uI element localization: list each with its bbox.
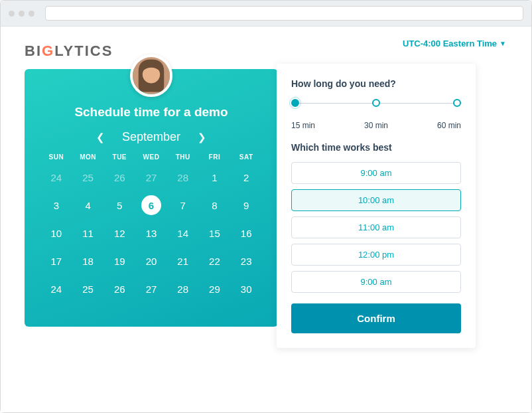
traffic-light-icon bbox=[29, 11, 34, 17]
calendar-day[interactable]: 16 bbox=[230, 223, 262, 243]
time-options: 9:00 am10:00 am11:00 am12:00 pm9:00 am bbox=[291, 162, 461, 293]
calendar-day[interactable]: 26 bbox=[103, 167, 135, 187]
duration-label: 60 min bbox=[437, 121, 461, 130]
weekday-header: SUNMONTUEWEDTHUFRISAT bbox=[40, 153, 262, 161]
calendar-week: 242526272812 bbox=[40, 167, 262, 187]
calendar-day[interactable]: 25 bbox=[72, 279, 104, 299]
calendar-day[interactable]: 27 bbox=[135, 167, 167, 187]
calendar-day[interactable]: 26 bbox=[103, 279, 135, 299]
weekday-label: MON bbox=[72, 153, 104, 161]
calendar-week: 10111213141516 bbox=[40, 223, 262, 243]
time-question: Which time works best bbox=[291, 142, 461, 153]
weekday-label: FRI bbox=[199, 153, 231, 161]
browser-window: UTC-4:00 Eastern Time ▼ BIGLYTICS Schedu… bbox=[0, 0, 532, 413]
calendar-day[interactable]: 17 bbox=[40, 251, 72, 271]
duration-option-15[interactable] bbox=[291, 99, 299, 107]
time-option[interactable]: 12:00 pm bbox=[291, 244, 461, 266]
calendar-day[interactable]: 27 bbox=[135, 279, 167, 299]
weekday-label: WED bbox=[135, 153, 167, 161]
calendar-day[interactable]: 22 bbox=[199, 251, 231, 271]
duration-label: 15 min bbox=[291, 121, 315, 130]
month-nav: ❮ September ❯ bbox=[40, 130, 262, 144]
traffic-light-icon bbox=[19, 11, 25, 17]
weekday-label: TUE bbox=[103, 153, 135, 161]
confirm-button[interactable]: Confirm bbox=[291, 303, 461, 333]
calendar-grid: 2425262728123456789101112131415161718192… bbox=[40, 167, 262, 299]
weekday-label: THU bbox=[167, 153, 199, 161]
calendar-day[interactable]: 4 bbox=[72, 195, 104, 215]
month-label: September bbox=[122, 130, 180, 144]
calendar-day[interactable]: 25 bbox=[72, 167, 104, 187]
next-month-button[interactable]: ❯ bbox=[198, 131, 206, 143]
weekday-label: SUN bbox=[40, 153, 72, 161]
calendar-day[interactable]: 24 bbox=[40, 167, 72, 187]
calendar-day[interactable]: 18 bbox=[72, 251, 104, 271]
brand-text: LYTICS bbox=[54, 42, 113, 60]
calendar-day[interactable]: 2 bbox=[230, 167, 262, 187]
time-option[interactable]: 9:00 am bbox=[291, 162, 461, 184]
calendar-day[interactable]: 3 bbox=[40, 195, 72, 215]
page-content: UTC-4:00 Eastern Time ▼ BIGLYTICS Schedu… bbox=[1, 27, 531, 412]
calendar-day[interactable]: 21 bbox=[167, 251, 199, 271]
calendar-day[interactable]: 5 bbox=[103, 195, 135, 215]
calendar-day[interactable]: 24 bbox=[40, 279, 72, 299]
calendar-card: Schedule time for a demo ❮ September ❯ S… bbox=[25, 69, 278, 327]
calendar-day[interactable]: 20 bbox=[135, 251, 167, 271]
avatar-image bbox=[133, 57, 170, 94]
calendar-day[interactable]: 11 bbox=[72, 223, 104, 243]
timezone-selector[interactable]: UTC-4:00 Eastern Time ▼ bbox=[403, 39, 506, 48]
avatar bbox=[130, 54, 172, 97]
calendar-week: 3456789 bbox=[40, 195, 262, 215]
calendar-day[interactable]: 23 bbox=[230, 251, 262, 271]
calendar-day[interactable]: 28 bbox=[167, 167, 199, 187]
weekday-label: SAT bbox=[230, 153, 262, 161]
duration-option-30[interactable] bbox=[372, 99, 380, 107]
chevron-down-icon: ▼ bbox=[499, 40, 506, 47]
time-option[interactable]: 10:00 am bbox=[291, 189, 461, 211]
calendar-day[interactable]: 30 bbox=[230, 279, 262, 299]
duration-option-60[interactable] bbox=[453, 99, 461, 107]
traffic-light-icon bbox=[9, 11, 15, 17]
calendar-day[interactable]: 19 bbox=[103, 251, 135, 271]
duration-slider bbox=[291, 98, 461, 118]
browser-chrome bbox=[1, 1, 531, 27]
calendar-day[interactable]: 28 bbox=[167, 279, 199, 299]
duration-labels: 15 min 30 min 60 min bbox=[291, 121, 461, 130]
calendar-day[interactable]: 8 bbox=[199, 195, 231, 215]
calendar-day[interactable]: 12 bbox=[103, 223, 135, 243]
duration-label: 30 min bbox=[364, 121, 388, 130]
calendar-week: 24252627282930 bbox=[40, 279, 262, 299]
time-option[interactable]: 9:00 am bbox=[291, 271, 461, 293]
prev-month-button[interactable]: ❮ bbox=[96, 131, 105, 143]
booking-panel: How long do you need? 15 min 30 min 60 m… bbox=[277, 64, 476, 348]
calendar-day[interactable]: 9 bbox=[230, 195, 262, 215]
calendar-day[interactable]: 1 bbox=[199, 167, 231, 187]
calendar-day[interactable]: 7 bbox=[167, 195, 199, 215]
calendar-day[interactable]: 13 bbox=[135, 223, 167, 243]
brand-accent: G bbox=[42, 42, 54, 60]
calendar-day[interactable]: 6 bbox=[141, 195, 161, 215]
calendar-day[interactable]: 10 bbox=[40, 223, 72, 243]
calendar-day[interactable]: 14 bbox=[167, 223, 199, 243]
time-option[interactable]: 11:00 am bbox=[291, 216, 461, 238]
duration-question: How long do you need? bbox=[291, 78, 461, 89]
url-bar[interactable] bbox=[45, 6, 523, 21]
timezone-label: UTC-4:00 Eastern Time bbox=[403, 39, 497, 48]
calendar-day[interactable]: 15 bbox=[199, 223, 231, 243]
calendar-day[interactable]: 29 bbox=[199, 279, 231, 299]
brand-text: BI bbox=[25, 42, 42, 60]
calendar-week: 17181920212223 bbox=[40, 251, 262, 271]
calendar-title: Schedule time for a demo bbox=[40, 105, 262, 120]
